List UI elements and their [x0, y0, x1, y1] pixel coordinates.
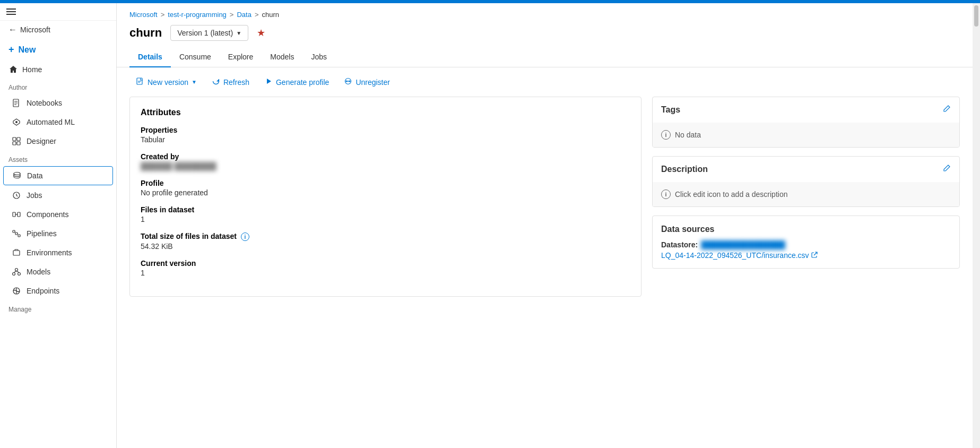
generate-profile-button[interactable]: Generate profile [258, 74, 335, 90]
tab-explore-label: Explore [228, 53, 253, 61]
generate-profile-icon [264, 77, 273, 87]
sidebar-item-automated-ml[interactable]: Automated ML [3, 113, 113, 131]
svg-rect-16 [15, 232, 18, 235]
environments-label: Environments [27, 248, 72, 257]
svg-point-34 [349, 81, 351, 82]
svg-point-33 [346, 81, 348, 82]
tags-card-body: i No data [653, 123, 959, 147]
description-edit-icon[interactable] [942, 164, 951, 175]
tab-consume-label: Consume [179, 53, 211, 61]
tab-details[interactable]: Details [129, 47, 171, 67]
sidebar-item-pipelines[interactable]: Pipelines [3, 225, 113, 243]
author-section-label: Author [0, 79, 116, 93]
refresh-button[interactable]: Refresh [205, 74, 256, 90]
components-icon [12, 210, 21, 219]
refresh-label: Refresh [223, 78, 249, 87]
chevron-down-icon: ▼ [236, 30, 241, 36]
sidebar-item-jobs[interactable]: Jobs [3, 186, 113, 204]
svg-rect-9 [17, 142, 20, 145]
generate-profile-label: Generate profile [276, 78, 329, 87]
sidebar-item-models[interactable]: Models [3, 263, 113, 281]
attr-created-by-value: ██████ ████████ [141, 162, 630, 170]
tags-card-header: Tags [653, 97, 959, 123]
total-size-info-icon[interactable]: i [241, 232, 249, 241]
breadcrumb-sep-1: > [161, 11, 165, 19]
version-dropdown[interactable]: Version 1 (latest) ▼ [170, 25, 248, 41]
page-title: churn [129, 26, 162, 40]
notebooks-label: Notebooks [27, 99, 62, 107]
attr-properties: Properties Tabular [141, 126, 630, 144]
sidebar-item-home[interactable]: Home [0, 61, 116, 79]
new-version-button[interactable]: New version ▼ [129, 74, 203, 90]
svg-rect-6 [13, 137, 16, 141]
manage-section-label: Manage [0, 300, 116, 315]
version-label: Version 1 (latest) [177, 29, 233, 37]
main-content: Microsoft > test-r-programming > Data > … [117, 3, 973, 448]
attributes-panel: Attributes Properties Tabular Created by… [129, 97, 641, 297]
svg-rect-13 [18, 212, 20, 217]
description-card-header: Description [653, 157, 959, 182]
tags-info-icon: i [661, 130, 671, 140]
breadcrumb-workspace[interactable]: test-r-programming [168, 11, 227, 19]
unregister-button[interactable]: Unregister [337, 74, 396, 90]
sidebar-item-data[interactable]: Data [3, 166, 113, 185]
attr-profile: Profile No profile generated [141, 179, 630, 197]
endpoints-icon [12, 286, 21, 296]
datastore-row: Datastore: ████████████████ [661, 240, 951, 249]
unregister-label: Unregister [355, 78, 390, 87]
sidebar-item-environments[interactable]: Environments [3, 244, 113, 262]
breadcrumb-microsoft[interactable]: Microsoft [129, 11, 158, 19]
svg-point-21 [15, 269, 18, 271]
data-sources-card: Data sources Datastore: ████████████████… [652, 216, 960, 269]
endpoints-label: Endpoints [27, 287, 59, 295]
scrollbar[interactable] [973, 3, 980, 448]
attr-created-by-label: Created by [141, 152, 630, 161]
sidebar-item-endpoints[interactable]: Endpoints [3, 282, 113, 300]
file-path-link[interactable]: LQ_04-14-2022_094526_UTC/insurance.csv [661, 251, 951, 260]
tags-no-data: No data [675, 131, 701, 139]
sidebar-item-designer[interactable]: Designer [3, 132, 113, 150]
sidebar-item-components[interactable]: Components [3, 205, 113, 223]
svg-rect-12 [13, 212, 15, 217]
tags-title: Tags [661, 105, 680, 115]
designer-label: Designer [27, 137, 56, 145]
notebooks-icon [12, 98, 21, 108]
attr-total-size: Total size of files in dataset i 54.32 K… [141, 232, 630, 251]
sidebar: ← Microsoft + New Home Author Notebooks … [0, 3, 117, 448]
automated-ml-label: Automated ML [27, 118, 75, 126]
breadcrumb-data[interactable]: Data [237, 11, 251, 19]
favorite-star-icon[interactable]: ★ [257, 27, 265, 39]
svg-rect-17 [18, 235, 20, 237]
models-icon [12, 267, 21, 277]
breadcrumb: Microsoft > test-r-programming > Data > … [117, 3, 973, 19]
content-area: Attributes Properties Tabular Created by… [117, 97, 973, 309]
sidebar-back-button[interactable]: ← Microsoft [0, 21, 116, 39]
datastore-label: Datastore: [661, 240, 698, 249]
data-icon [12, 171, 22, 180]
attributes-title: Attributes [141, 108, 630, 117]
tags-edit-icon[interactable] [942, 105, 951, 115]
attr-files-in-dataset: Files in dataset 1 [141, 205, 630, 223]
home-icon [8, 65, 18, 74]
jobs-icon [12, 191, 21, 200]
svg-point-5 [15, 121, 18, 123]
attr-profile-label: Profile [141, 179, 630, 187]
hamburger-icon[interactable] [6, 8, 16, 15]
jobs-label: Jobs [27, 191, 42, 200]
breadcrumb-sep-2: > [230, 11, 234, 19]
tabs-bar: Details Consume Explore Models Jobs [117, 47, 973, 67]
attr-files-value: 1 [141, 215, 630, 223]
unregister-icon [344, 77, 352, 87]
tab-models[interactable]: Models [262, 47, 302, 67]
sidebar-item-notebooks[interactable]: Notebooks [3, 94, 113, 112]
data-label: Data [27, 171, 43, 180]
page-header: churn Version 1 (latest) ▼ ★ [117, 19, 973, 47]
refresh-icon [212, 77, 220, 87]
svg-rect-7 [17, 137, 20, 141]
tab-jobs[interactable]: Jobs [302, 47, 335, 67]
attr-properties-label: Properties [141, 126, 630, 134]
new-button[interactable]: + New [0, 39, 116, 61]
tab-consume[interactable]: Consume [171, 47, 220, 67]
sidebar-back-label: Microsoft [20, 25, 50, 34]
tab-explore[interactable]: Explore [220, 47, 262, 67]
